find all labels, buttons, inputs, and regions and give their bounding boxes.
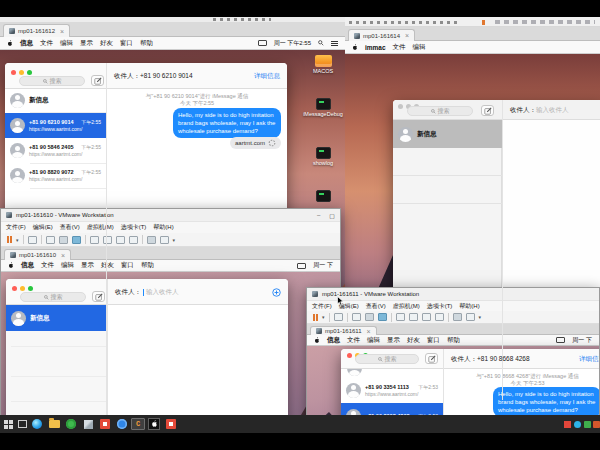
details-link[interactable]: 详细信息 <box>579 355 600 364</box>
menu-view[interactable]: 显示 <box>80 39 93 48</box>
taskbar-app-red-1[interactable] <box>99 418 111 430</box>
taskbar-app-blue[interactable] <box>116 418 128 430</box>
close-window-icon[interactable] <box>11 70 16 75</box>
unity-mode-button[interactable] <box>435 313 444 321</box>
power-pause-button[interactable] <box>7 236 12 243</box>
menu-messages[interactable]: 信息 <box>21 261 34 270</box>
desktop-icon-imessagedebug[interactable]: iMessageDebug <box>301 98 345 117</box>
taskbar-app-gray[interactable] <box>82 418 94 430</box>
menu-view[interactable]: 显示 <box>81 261 94 270</box>
menu-file[interactable]: 文件 <box>393 43 406 52</box>
display-dropdown-icon[interactable]: ▾ <box>479 314 482 320</box>
to-field[interactable]: 收件人：输入收件人 <box>115 288 179 297</box>
zoom-window-icon[interactable] <box>27 70 32 75</box>
desktop-icon-macos[interactable]: MACOS <box>301 55 345 74</box>
compose-button[interactable] <box>425 353 438 364</box>
spotlight-icon[interactable] <box>318 40 324 46</box>
menu-buddies[interactable]: 好友 <box>100 39 113 48</box>
vm-tab-mp01-161614[interactable]: mp01-161614 × <box>348 29 415 41</box>
vmware-menu-file[interactable]: 文件(F) <box>6 223 26 232</box>
details-link[interactable]: 详细信息 <box>254 72 280 81</box>
display-dropdown-icon[interactable]: ▾ <box>173 237 176 243</box>
vmware-menu-view[interactable]: 查看(V) <box>60 223 80 232</box>
conversation-row-new-message[interactable]: 新信息 <box>5 88 106 112</box>
search-input[interactable]: 搜索 <box>355 354 419 364</box>
compose-button[interactable] <box>91 75 104 86</box>
conversation-row-new-message[interactable]: 新信息 <box>393 120 502 148</box>
menu-buddies[interactable]: 好友 <box>407 336 420 345</box>
menu-help[interactable]: 帮助 <box>447 336 460 345</box>
desktop-icon-showlog[interactable]: showlog <box>301 147 345 166</box>
conversation-row-new-message-selected[interactable]: 新信息 <box>6 305 107 331</box>
search-input[interactable]: 搜索 <box>19 76 85 86</box>
minimize-window-icon[interactable] <box>19 70 24 75</box>
search-input[interactable]: 搜索 <box>407 106 473 116</box>
vmware-menu-view[interactable]: 查看(V) <box>366 302 386 311</box>
notification-center-icon[interactable] <box>331 41 338 46</box>
vm-tab-mp01-161612[interactable]: mp01-161612 × <box>3 24 70 37</box>
display-settings-button[interactable] <box>466 313 475 321</box>
show-thumbnails-button[interactable] <box>103 236 112 244</box>
add-contact-button[interactable] <box>272 288 281 297</box>
fullscreen-button[interactable] <box>116 236 125 244</box>
tab-close-icon[interactable]: × <box>61 252 65 259</box>
menu-window[interactable]: 窗口 <box>427 336 440 345</box>
show-thumbnails-button[interactable] <box>409 313 418 321</box>
menu-edit[interactable]: 编辑 <box>60 39 73 48</box>
send-ctrl-alt-del-button[interactable] <box>334 313 343 321</box>
menu-edit[interactable]: 编辑 <box>413 43 426 52</box>
conversation-row-selected[interactable]: +81 90 6210 9014下午2:55 https://www.aartm… <box>5 113 106 138</box>
menu-file[interactable]: 文件 <box>40 39 53 48</box>
power-dropdown-icon[interactable]: ▾ <box>16 237 19 243</box>
snapshot-revert-button[interactable] <box>365 313 374 321</box>
show-library-button[interactable] <box>90 236 99 244</box>
tab-close-icon[interactable]: × <box>367 328 371 335</box>
conversation-row[interactable]: +81 90 8820 9072下午2:55 https://www.aartm… <box>5 163 106 188</box>
vmware-title-bar[interactable]: mp01-161611 - VMware Workstation <box>307 288 599 301</box>
console-view-button[interactable] <box>453 313 462 321</box>
menu-buddies[interactable]: 好友 <box>101 261 114 270</box>
task-view-button[interactable] <box>16 418 28 430</box>
search-input[interactable]: 搜索 <box>20 292 86 302</box>
tab-close-icon[interactable]: × <box>405 32 409 39</box>
apple-menu-icon[interactable] <box>8 262 14 269</box>
snapshot-take-button[interactable] <box>46 236 55 244</box>
vmware-menu-vm[interactable]: 虚拟机(M) <box>393 302 420 311</box>
to-field[interactable]: 收件人：+81 90 8668 4268 <box>451 355 530 364</box>
menu-help[interactable]: 帮助 <box>140 39 153 48</box>
console-view-button[interactable] <box>147 236 156 244</box>
show-library-button[interactable] <box>396 313 405 321</box>
vmware-menu-help[interactable]: 帮助(H) <box>459 302 479 311</box>
close-window-icon[interactable] <box>398 104 403 109</box>
menu-window[interactable]: 窗口 <box>120 39 133 48</box>
vmware-menu-edit[interactable]: 编辑(E) <box>33 223 53 232</box>
tab-close-icon[interactable]: × <box>60 28 64 35</box>
minimize-window-icon[interactable] <box>20 286 25 291</box>
vm-tab-mp01-161611[interactable]: mp01-161611 × <box>310 326 377 335</box>
menu-bar-clock[interactable]: 周一 下 <box>313 261 333 270</box>
apple-menu-icon[interactable] <box>314 337 320 344</box>
maximize-icon[interactable]: ▢ <box>329 212 335 219</box>
vmware-menu-tabs[interactable]: 选项卡(T) <box>427 302 453 311</box>
display-status-icon[interactable] <box>556 337 565 343</box>
vm-tab-mp01-161610[interactable]: mp01-161610 × <box>4 249 71 260</box>
zoom-window-icon[interactable] <box>28 286 33 291</box>
snapshot-revert-button[interactable] <box>59 236 68 244</box>
taskbar-app-explorer[interactable] <box>48 418 60 430</box>
fullscreen-button[interactable] <box>422 313 431 321</box>
menu-edit[interactable]: 编辑 <box>61 261 74 270</box>
tray-icon-orange[interactable] <box>590 418 600 430</box>
close-window-icon[interactable] <box>347 353 352 358</box>
menu-messages[interactable]: 信息 <box>20 39 33 48</box>
snapshot-take-button[interactable] <box>352 313 361 321</box>
menu-file[interactable]: 文件 <box>41 261 54 270</box>
menu-view[interactable]: 显示 <box>387 336 400 345</box>
menu-bar-clock[interactable]: 周一 下 <box>572 336 592 345</box>
display-status-icon[interactable] <box>297 263 306 269</box>
desktop-icon-partial[interactable] <box>301 190 345 203</box>
snapshot-manager-button[interactable] <box>378 313 387 321</box>
display-status-icon[interactable] <box>258 40 267 46</box>
minimize-icon[interactable]: – <box>317 212 320 219</box>
menu-edit[interactable]: 编辑 <box>367 336 380 345</box>
display-settings-button[interactable] <box>160 236 169 244</box>
